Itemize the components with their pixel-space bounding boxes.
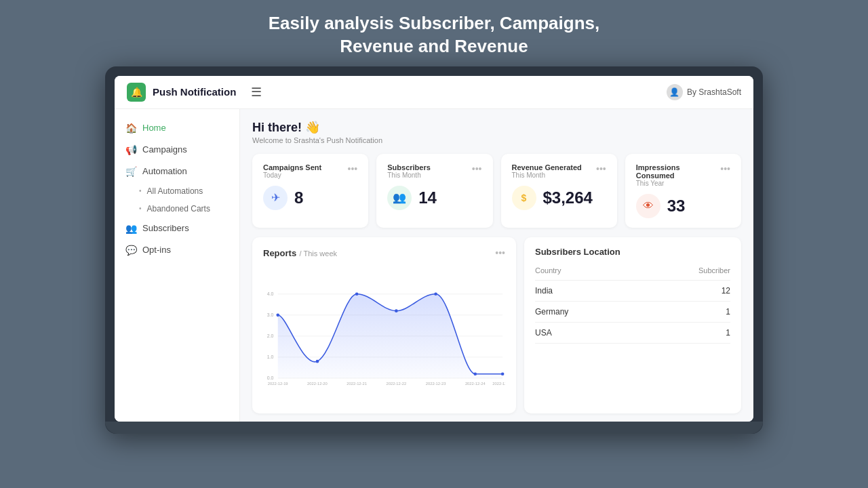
- svg-text:2022-12-21: 2022-12-21: [347, 382, 367, 386]
- nav-right: 👤 By SrashtaSoft: [667, 84, 741, 100]
- sidebar-item-optins[interactable]: 💬 Opt-ins: [115, 239, 239, 261]
- location-table-row: India12: [535, 280, 730, 301]
- app-layout: 🔔 Push Notification ☰ 👤 By SrashtaSoft 🏠…: [115, 76, 753, 422]
- greeting-title: Hi there! 👋: [252, 120, 741, 135]
- sidebar-item-campaigns[interactable]: 📢 Campaigns: [115, 139, 239, 161]
- location-title: Subsribers Location: [535, 247, 620, 257]
- svg-point-10: [276, 313, 279, 317]
- col-subscriber: Subcriber: [635, 264, 730, 281]
- chart-subtitle: / This week: [300, 249, 337, 258]
- svg-point-12: [355, 292, 359, 296]
- reports-chart-card: Reports / This week ••• 4.0 3.0: [252, 237, 516, 413]
- stat-value-row-subscribers: 👥 14: [387, 186, 481, 210]
- chart-menu[interactable]: •••: [495, 247, 505, 258]
- svg-point-16: [501, 372, 505, 375]
- stat-number-campaigns: 8: [294, 188, 303, 207]
- greeting-subtitle: Welcome to Srashta's Push Notification: [252, 136, 741, 144]
- sidebar-item-all-automations[interactable]: All Automations: [115, 182, 239, 200]
- col-country: Country: [535, 264, 635, 281]
- revenue-stat-icon: $: [512, 186, 536, 210]
- stat-menu-campaigns[interactable]: •••: [348, 163, 358, 174]
- sidebar-item-automation[interactable]: 🛒 Automation: [115, 161, 239, 182]
- stat-number-impressions: 33: [667, 197, 686, 216]
- chart-header: Reports / This week •••: [263, 247, 505, 259]
- optins-icon: 💬: [125, 245, 137, 256]
- stat-value-row-campaigns: ✈ 8: [263, 186, 357, 210]
- svg-point-14: [434, 292, 437, 296]
- country-cell: India: [535, 280, 635, 301]
- impressions-stat-icon: 👁: [636, 194, 660, 218]
- nav-left: 🔔 Push Notification ☰: [127, 83, 262, 102]
- location-card: Subsribers Location Country Subcriber: [524, 237, 741, 413]
- home-icon: 🏠: [125, 123, 137, 134]
- sidebar-label-subscribers: Subscribers: [142, 223, 189, 233]
- automation-icon: 🛒: [125, 166, 137, 177]
- subscriber-count-cell: 1: [635, 301, 730, 322]
- by-label: By SrashtaSoft: [687, 87, 741, 97]
- sidebar: 🏠 Home 📢 Campaigns 🛒 Automation All Auto…: [115, 109, 240, 422]
- stat-label-subscribers: Subscribers This Month: [387, 163, 431, 179]
- stat-header-impressions: Impressions Consumed This Year •••: [636, 163, 730, 187]
- chart-title-group: Reports / This week: [263, 247, 337, 259]
- stat-card-campaigns: Campaigns Sent Today ••• ✈ 8: [252, 154, 368, 228]
- laptop-base: [105, 422, 763, 434]
- sidebar-label-optins: Opt-ins: [142, 245, 171, 255]
- all-automations-label: All Automations: [147, 186, 203, 196]
- sidebar-item-subscribers[interactable]: 👥 Subscribers: [115, 218, 239, 239]
- app-title: Push Notification: [153, 86, 236, 98]
- laptop-shell: 🔔 Push Notification ☰ 👤 By SrashtaSoft 🏠…: [105, 66, 763, 434]
- laptop-screen: 🔔 Push Notification ☰ 👤 By SrashtaSoft 🏠…: [115, 76, 753, 422]
- stat-value-row-revenue: $ $3,264: [512, 186, 606, 210]
- stat-card-impressions: Impressions Consumed This Year ••• 👁 33: [625, 154, 741, 228]
- svg-point-15: [473, 372, 477, 375]
- page-header: Easily analysis Subscriber, Campaigns, R…: [269, 0, 599, 66]
- sidebar-item-abandoned-carts[interactable]: Abandoned Carts: [115, 200, 239, 218]
- stat-number-subscribers: 14: [418, 188, 437, 207]
- stat-menu-impressions[interactable]: •••: [720, 163, 730, 174]
- svg-text:2022-12-22: 2022-12-22: [386, 382, 406, 386]
- location-table-row: USA1: [535, 322, 730, 343]
- user-avatar[interactable]: 👤: [667, 84, 683, 100]
- svg-text:2.0: 2.0: [267, 333, 274, 338]
- charts-row: Reports / This week ••• 4.0 3.0: [252, 237, 741, 413]
- logo-icon: 🔔: [127, 83, 146, 102]
- location-header: Subsribers Location: [535, 247, 730, 257]
- chart-title: Reports: [263, 248, 296, 258]
- svg-text:2022-12-25: 2022-12-25: [492, 382, 505, 386]
- sidebar-item-home[interactable]: 🏠 Home: [115, 117, 239, 139]
- svg-text:2022-12-19: 2022-12-19: [268, 382, 288, 386]
- sidebar-label-campaigns: Campaigns: [142, 144, 187, 155]
- hamburger-menu[interactable]: ☰: [251, 85, 262, 100]
- abandoned-carts-label: Abandoned Carts: [147, 204, 210, 214]
- sidebar-label-automation: Automation: [142, 166, 187, 176]
- svg-text:3.0: 3.0: [267, 312, 274, 317]
- subscribers-stat-icon: 👥: [387, 186, 412, 210]
- stat-card-subscribers: Subscribers This Month ••• 👥 14: [376, 154, 492, 228]
- sidebar-label-home: Home: [142, 123, 166, 133]
- campaigns-icon: 📢: [125, 144, 137, 155]
- main-content: Hi there! 👋 Welcome to Srashta's Push No…: [240, 109, 753, 422]
- stat-number-revenue: $3,264: [543, 188, 593, 207]
- stat-menu-revenue[interactable]: •••: [596, 163, 606, 174]
- stat-label-impressions: Impressions Consumed This Year: [636, 163, 721, 187]
- svg-text:1.0: 1.0: [267, 354, 274, 359]
- location-table: Country Subcriber India12Germany1USA1: [535, 264, 730, 344]
- stat-menu-subscribers[interactable]: •••: [472, 163, 482, 174]
- stats-grid: Campaigns Sent Today ••• ✈ 8: [252, 154, 741, 228]
- location-table-row: Germany1: [535, 301, 730, 322]
- line-chart-svg: 4.0 3.0 2.0 1.0 0.0: [263, 266, 505, 401]
- svg-point-11: [316, 359, 319, 363]
- stat-label-campaigns: Campaigns Sent Today: [263, 163, 321, 179]
- svg-text:4.0: 4.0: [267, 291, 274, 296]
- main-area: 🏠 Home 📢 Campaigns 🛒 Automation All Auto…: [115, 109, 753, 422]
- top-nav: 🔔 Push Notification ☰ 👤 By SrashtaSoft: [115, 76, 753, 109]
- stat-label-revenue: Revenue Generated This Month: [512, 163, 582, 179]
- svg-point-13: [395, 309, 398, 312]
- stat-header-subscribers: Subscribers This Month •••: [387, 163, 481, 179]
- svg-text:2022-12-20: 2022-12-20: [307, 382, 328, 386]
- country-cell: USA: [535, 322, 635, 343]
- svg-text:2022-12-24: 2022-12-24: [465, 382, 486, 386]
- country-cell: Germany: [535, 301, 635, 322]
- subscriber-count-cell: 1: [635, 322, 730, 343]
- stat-card-revenue: Revenue Generated This Month ••• $ $3,26…: [501, 154, 617, 228]
